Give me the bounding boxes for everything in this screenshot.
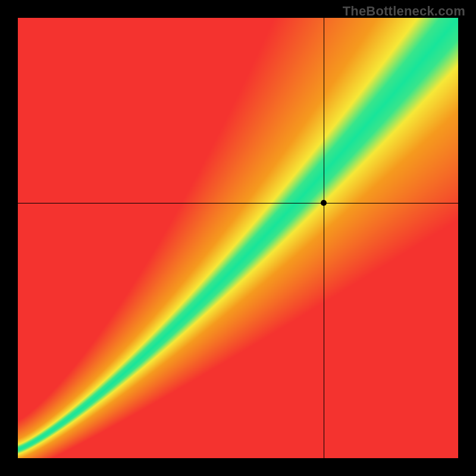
heatmap-plot — [18, 18, 458, 458]
heatmap-canvas — [18, 18, 458, 458]
chart-stage: TheBottleneck.com — [0, 0, 476, 476]
watermark-label: TheBottleneck.com — [343, 4, 465, 19]
